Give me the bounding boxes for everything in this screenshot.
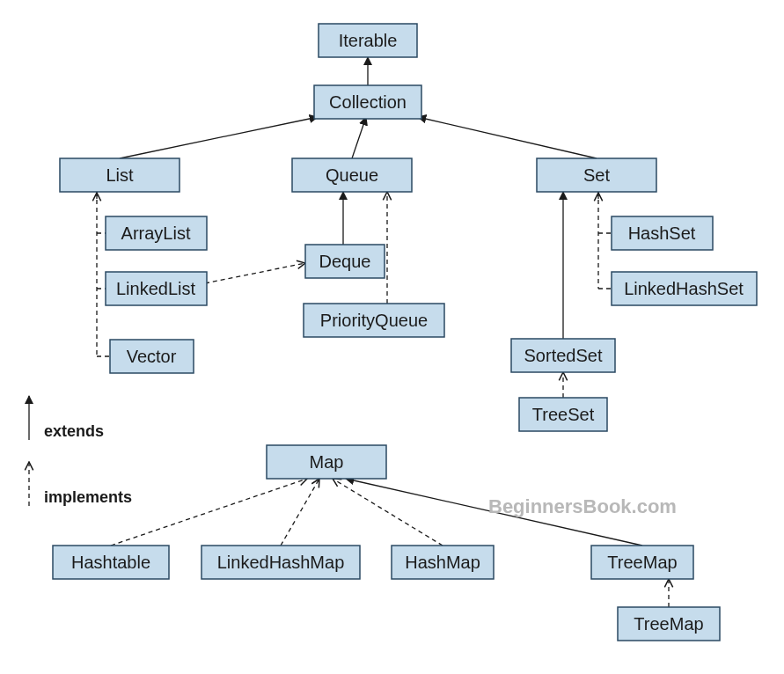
node-iterable: Iterable (319, 24, 417, 57)
legend-implements-label: implements (44, 488, 132, 506)
node-list: List (60, 158, 180, 192)
label-collection: Collection (329, 92, 407, 112)
node-collection: Collection (314, 85, 421, 119)
node-linkedhashset: LinkedHashSet (612, 272, 757, 305)
node-treemap2: TreeMap (618, 607, 720, 641)
node-hashtable: Hashtable (53, 546, 169, 579)
label-map: Map (310, 452, 344, 472)
collections-hierarchy-diagram: Iterable Collection List Queue Set Array… (0, 0, 784, 674)
label-treemap2: TreeMap (634, 614, 703, 634)
label-sortedset: SortedSet (524, 346, 603, 365)
label-set: Set (583, 165, 610, 185)
node-map: Map (267, 445, 386, 479)
label-arraylist: ArrayList (121, 223, 191, 243)
label-priorityqueue: PriorityQueue (320, 311, 428, 330)
label-treemap: TreeMap (607, 553, 677, 572)
node-priorityqueue: PriorityQueue (304, 304, 444, 337)
edge-hashtable-map (111, 479, 307, 546)
label-linkedhashset: LinkedHashSet (624, 279, 744, 298)
edge-linkedhashmap-map (281, 479, 319, 546)
label-linkedhashmap: LinkedHashMap (217, 553, 345, 572)
node-hashset: HashSet (612, 216, 713, 250)
node-set: Set (537, 158, 656, 192)
node-treemap: TreeMap (591, 546, 693, 579)
node-deque: Deque (305, 245, 385, 278)
edge-linkedlist-deque (205, 263, 305, 283)
edge-list-collection (120, 117, 318, 158)
label-treeset: TreeSet (532, 405, 595, 424)
node-linkedhashmap: LinkedHashMap (201, 546, 360, 579)
node-arraylist: ArrayList (106, 216, 207, 250)
node-queue: Queue (292, 158, 412, 192)
legend-extends-label: extends (44, 422, 104, 440)
label-linkedlist: LinkedList (116, 279, 196, 298)
label-hashmap: HashMap (405, 553, 480, 572)
label-deque: Deque (319, 252, 371, 271)
label-list: List (106, 165, 134, 185)
label-iterable: Iterable (339, 31, 398, 50)
edge-hashmap-map (333, 479, 443, 546)
label-hashset: HashSet (628, 223, 696, 243)
node-vector: Vector (110, 340, 194, 373)
node-sortedset: SortedSet (511, 339, 615, 372)
node-treeset: TreeSet (519, 398, 607, 431)
label-hashtable: Hashtable (71, 553, 150, 572)
label-queue: Queue (326, 165, 378, 185)
label-vector: Vector (127, 347, 177, 366)
edge-set-collection (418, 117, 597, 158)
node-hashmap: HashMap (392, 546, 494, 579)
node-linkedlist: LinkedList (106, 272, 207, 305)
watermark-text: BeginnersBook.com (488, 495, 677, 517)
edge-queue-collection (352, 117, 366, 158)
